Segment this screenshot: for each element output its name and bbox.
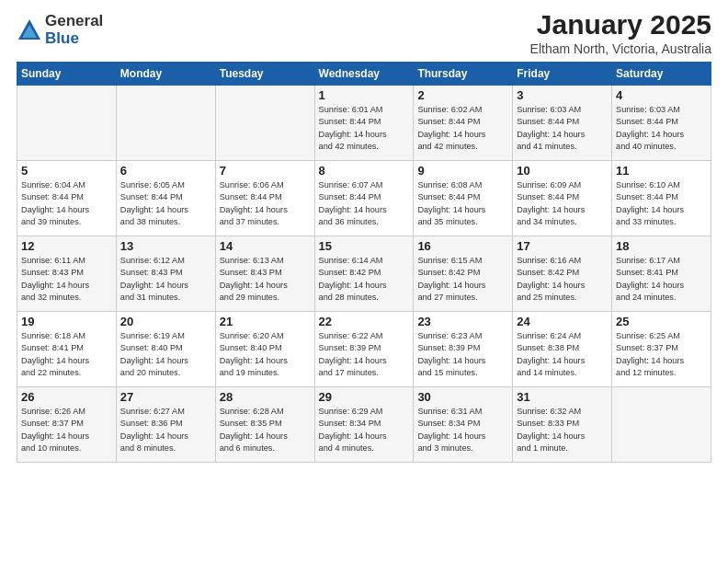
day-info: Sunrise: 6:13 AM Sunset: 8:43 PM Dayligh… <box>220 255 311 304</box>
calendar-week-3: 19Sunrise: 6:18 AM Sunset: 8:41 PM Dayli… <box>17 312 711 387</box>
calendar-cell-w2-d1: 13Sunrise: 6:12 AM Sunset: 8:43 PM Dayli… <box>116 236 215 312</box>
calendar-cell-w0-d6: 4Sunrise: 6:03 AM Sunset: 8:44 PM Daylig… <box>612 86 711 161</box>
day-number: 6 <box>120 164 211 178</box>
col-saturday: Saturday <box>612 63 711 86</box>
calendar-cell-w2-d2: 14Sunrise: 6:13 AM Sunset: 8:43 PM Dayli… <box>215 236 314 312</box>
day-number: 19 <box>21 315 112 328</box>
calendar-week-1: 5Sunrise: 6:04 AM Sunset: 8:44 PM Daylig… <box>17 161 711 236</box>
day-number: 29 <box>319 390 410 404</box>
day-info: Sunrise: 6:20 AM Sunset: 8:40 PM Dayligh… <box>220 330 311 379</box>
calendar-cell-w2-d5: 17Sunrise: 6:16 AM Sunset: 8:42 PM Dayli… <box>513 236 612 312</box>
day-info: Sunrise: 6:27 AM Sunset: 8:36 PM Dayligh… <box>120 406 211 454</box>
col-thursday: Thursday <box>414 63 513 86</box>
col-sunday: Sunday <box>17 63 117 86</box>
logo-general: General <box>45 13 103 30</box>
page: General Blue January 2025 Eltham North, … <box>0 0 728 563</box>
calendar-cell-w2-d0: 12Sunrise: 6:11 AM Sunset: 8:43 PM Dayli… <box>17 236 117 312</box>
calendar-cell-w1-d1: 6Sunrise: 6:05 AM Sunset: 8:44 PM Daylig… <box>116 161 215 236</box>
header-row: Sunday Monday Tuesday Wednesday Thursday… <box>17 63 711 86</box>
day-number: 1 <box>319 88 410 102</box>
calendar-cell-w3-d5: 24Sunrise: 6:24 AM Sunset: 8:38 PM Dayli… <box>513 312 612 387</box>
calendar-cell-w2-d6: 18Sunrise: 6:17 AM Sunset: 8:41 PM Dayli… <box>612 236 711 312</box>
day-info: Sunrise: 6:12 AM Sunset: 8:43 PM Dayligh… <box>120 255 211 304</box>
location-title: Eltham North, Victoria, Australia <box>530 41 711 56</box>
calendar-cell-w4-d4: 30Sunrise: 6:31 AM Sunset: 8:34 PM Dayli… <box>414 387 513 463</box>
calendar-cell-w4-d3: 29Sunrise: 6:29 AM Sunset: 8:34 PM Dayli… <box>314 387 414 463</box>
day-info: Sunrise: 6:18 AM Sunset: 8:41 PM Dayligh… <box>21 330 112 379</box>
day-info: Sunrise: 6:17 AM Sunset: 8:41 PM Dayligh… <box>616 255 707 304</box>
calendar-week-4: 26Sunrise: 6:26 AM Sunset: 8:37 PM Dayli… <box>17 387 711 463</box>
day-info: Sunrise: 6:06 AM Sunset: 8:44 PM Dayligh… <box>220 179 311 228</box>
day-info: Sunrise: 6:03 AM Sunset: 8:44 PM Dayligh… <box>517 104 608 153</box>
calendar-week-0: 1Sunrise: 6:01 AM Sunset: 8:44 PM Daylig… <box>17 86 711 161</box>
calendar-body: 1Sunrise: 6:01 AM Sunset: 8:44 PM Daylig… <box>17 86 711 463</box>
day-info: Sunrise: 6:22 AM Sunset: 8:39 PM Dayligh… <box>319 330 410 379</box>
calendar-cell-w4-d5: 31Sunrise: 6:32 AM Sunset: 8:33 PM Dayli… <box>513 387 612 463</box>
day-number: 25 <box>616 315 707 328</box>
day-info: Sunrise: 6:14 AM Sunset: 8:42 PM Dayligh… <box>319 255 410 304</box>
day-number: 16 <box>417 239 508 253</box>
logo-icon <box>17 17 42 43</box>
calendar-cell-w3-d3: 22Sunrise: 6:22 AM Sunset: 8:39 PM Dayli… <box>314 312 414 387</box>
day-number: 22 <box>319 315 410 328</box>
day-number: 31 <box>517 390 608 404</box>
month-title: January 2025 <box>530 9 711 40</box>
logo-blue: Blue <box>45 30 103 48</box>
day-info: Sunrise: 6:01 AM Sunset: 8:44 PM Dayligh… <box>319 104 410 153</box>
col-wednesday: Wednesday <box>314 63 414 86</box>
calendar-header: Sunday Monday Tuesday Wednesday Thursday… <box>17 63 711 86</box>
col-monday: Monday <box>116 63 215 86</box>
day-info: Sunrise: 6:32 AM Sunset: 8:33 PM Dayligh… <box>517 406 608 454</box>
calendar-cell-w0-d3: 1Sunrise: 6:01 AM Sunset: 8:44 PM Daylig… <box>314 86 414 161</box>
day-number: 27 <box>120 390 211 404</box>
day-info: Sunrise: 6:09 AM Sunset: 8:44 PM Dayligh… <box>517 179 608 228</box>
day-number: 30 <box>417 390 508 404</box>
day-number: 28 <box>220 390 311 404</box>
day-number: 17 <box>517 239 608 253</box>
calendar-cell-w4-d1: 27Sunrise: 6:27 AM Sunset: 8:36 PM Dayli… <box>116 387 215 463</box>
calendar-cell-w4-d0: 26Sunrise: 6:26 AM Sunset: 8:37 PM Dayli… <box>17 387 117 463</box>
day-number: 13 <box>120 239 211 253</box>
day-info: Sunrise: 6:29 AM Sunset: 8:34 PM Dayligh… <box>319 406 410 454</box>
day-number: 12 <box>21 239 112 253</box>
calendar-cell-w1-d4: 9Sunrise: 6:08 AM Sunset: 8:44 PM Daylig… <box>414 161 513 236</box>
day-number: 18 <box>616 239 707 253</box>
day-info: Sunrise: 6:26 AM Sunset: 8:37 PM Dayligh… <box>21 406 112 454</box>
day-info: Sunrise: 6:03 AM Sunset: 8:44 PM Dayligh… <box>616 104 707 153</box>
day-info: Sunrise: 6:25 AM Sunset: 8:37 PM Dayligh… <box>616 330 707 379</box>
calendar-cell-w1-d6: 11Sunrise: 6:10 AM Sunset: 8:44 PM Dayli… <box>612 161 711 236</box>
day-number: 14 <box>220 239 311 253</box>
day-number: 9 <box>417 164 508 178</box>
day-number: 4 <box>616 88 707 102</box>
day-info: Sunrise: 6:23 AM Sunset: 8:39 PM Dayligh… <box>417 330 508 379</box>
day-number: 3 <box>517 88 608 102</box>
calendar-cell-w2-d3: 15Sunrise: 6:14 AM Sunset: 8:42 PM Dayli… <box>314 236 414 312</box>
calendar-cell-w1-d3: 8Sunrise: 6:07 AM Sunset: 8:44 PM Daylig… <box>314 161 414 236</box>
day-info: Sunrise: 6:02 AM Sunset: 8:44 PM Dayligh… <box>417 104 508 153</box>
day-number: 2 <box>417 88 508 102</box>
logo: General Blue <box>17 13 103 47</box>
calendar-week-2: 12Sunrise: 6:11 AM Sunset: 8:43 PM Dayli… <box>17 236 711 312</box>
day-number: 15 <box>319 239 410 253</box>
day-info: Sunrise: 6:08 AM Sunset: 8:44 PM Dayligh… <box>417 179 508 228</box>
calendar-cell-w0-d0 <box>17 86 117 161</box>
day-number: 24 <box>517 315 608 328</box>
day-info: Sunrise: 6:07 AM Sunset: 8:44 PM Dayligh… <box>319 179 410 228</box>
day-number: 10 <box>517 164 608 178</box>
logo-text: General Blue <box>45 13 103 47</box>
calendar-cell-w0-d1 <box>116 86 215 161</box>
calendar-cell-w3-d4: 23Sunrise: 6:23 AM Sunset: 8:39 PM Dayli… <box>414 312 513 387</box>
title-block: January 2025 Eltham North, Victoria, Aus… <box>530 9 711 56</box>
day-info: Sunrise: 6:19 AM Sunset: 8:40 PM Dayligh… <box>120 330 211 379</box>
col-friday: Friday <box>513 63 612 86</box>
calendar-cell-w1-d2: 7Sunrise: 6:06 AM Sunset: 8:44 PM Daylig… <box>215 161 314 236</box>
day-number: 7 <box>220 164 311 178</box>
calendar-cell-w4-d6 <box>612 387 711 463</box>
calendar-cell-w0-d4: 2Sunrise: 6:02 AM Sunset: 8:44 PM Daylig… <box>414 86 513 161</box>
calendar-cell-w2-d4: 16Sunrise: 6:15 AM Sunset: 8:42 PM Dayli… <box>414 236 513 312</box>
calendar-table: Sunday Monday Tuesday Wednesday Thursday… <box>17 62 711 463</box>
day-info: Sunrise: 6:11 AM Sunset: 8:43 PM Dayligh… <box>21 255 112 304</box>
day-number: 21 <box>220 315 311 328</box>
calendar-cell-w1-d5: 10Sunrise: 6:09 AM Sunset: 8:44 PM Dayli… <box>513 161 612 236</box>
col-tuesday: Tuesday <box>215 63 314 86</box>
